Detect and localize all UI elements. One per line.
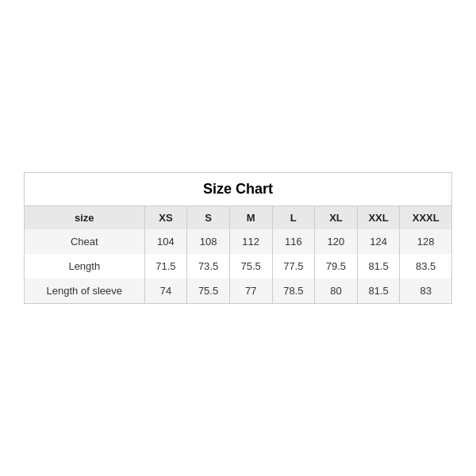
cell-1-4: 79.5 [315,254,358,278]
cell-0-0: 104 [144,229,187,254]
row-label-1: Length [25,254,144,278]
cell-1-0: 71.5 [144,254,187,278]
cell-2-1: 75.5 [187,278,230,303]
table-header-row: sizeXSSMLXLXXLXXXL [25,206,451,229]
header-cell-xxxl: XXXL [400,206,451,229]
size-chart-table: sizeXSSMLXLXXLXXXL Cheat1041081121161201… [25,206,451,303]
header-cell-l: L [272,206,315,229]
row-label-0: Cheat [25,229,144,254]
header-cell-xxl: XXL [357,206,400,229]
row-label-2: Length of sleeve [25,278,144,303]
header-cell-m: M [229,206,272,229]
cell-2-6: 83 [400,278,451,303]
header-cell-s: S [187,206,230,229]
cell-0-2: 112 [229,229,272,254]
cell-1-2: 75.5 [229,254,272,278]
table-title: Size Chart [25,173,451,206]
cell-1-5: 81.5 [357,254,400,278]
cell-0-5: 124 [357,229,400,254]
cell-2-4: 80 [315,278,358,303]
header-cell-xs: XS [144,206,187,229]
header-cell-size: size [25,206,144,229]
cell-1-6: 83.5 [400,254,451,278]
cell-1-1: 73.5 [187,254,230,278]
table-row: Length71.573.575.577.579.581.583.5 [25,254,451,278]
cell-0-3: 116 [272,229,315,254]
cell-0-1: 108 [187,229,230,254]
cell-2-2: 77 [229,278,272,303]
cell-0-4: 120 [315,229,358,254]
size-chart-container: Size Chart sizeXSSMLXLXXLXXXL Cheat10410… [24,172,452,304]
cell-2-0: 74 [144,278,187,303]
cell-2-3: 78.5 [272,278,315,303]
cell-0-6: 128 [400,229,451,254]
cell-1-3: 77.5 [272,254,315,278]
table-body: Cheat104108112116120124128Length71.573.5… [25,229,451,303]
header-cell-xl: XL [315,206,358,229]
table-row: Length of sleeve7475.57778.58081.583 [25,278,451,303]
cell-2-5: 81.5 [357,278,400,303]
table-row: Cheat104108112116120124128 [25,229,451,254]
